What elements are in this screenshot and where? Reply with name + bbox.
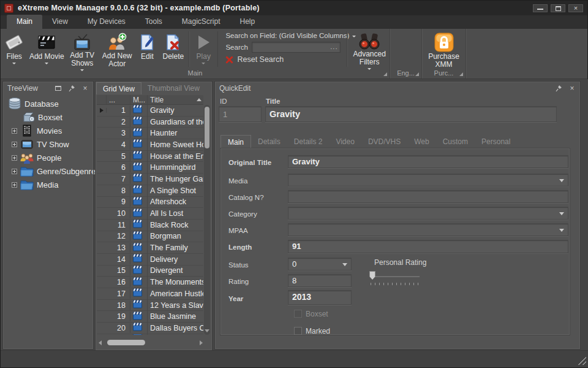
- rating-field[interactable]: 8: [288, 274, 352, 287]
- table-row[interactable]: 16The Monuments Me: [97, 277, 203, 288]
- marked-checkbox[interactable]: [294, 327, 302, 335]
- table-row[interactable]: 4Home Sweet Home: [97, 139, 203, 151]
- scrollbar-thumb[interactable]: [205, 107, 209, 148]
- table-row[interactable]: 10All Is Lost: [97, 208, 203, 220]
- tree-item-movies[interactable]: Movies: [4, 124, 92, 137]
- tab-thumbnail-view[interactable]: Thumbnail View: [141, 82, 206, 94]
- table-row[interactable]: 13The Family: [97, 242, 203, 254]
- play-button[interactable]: Play: [191, 29, 216, 68]
- table-row[interactable]: 15Divergent: [97, 266, 203, 277]
- movie-icon: [130, 162, 148, 174]
- table-row[interactable]: 6Hummingbird: [97, 162, 203, 174]
- scrollbar-thumb[interactable]: [107, 340, 145, 345]
- tree-item-genre-subgenre[interactable]: Genre/Subgenre: [4, 164, 92, 178]
- tree-item-tv-show[interactable]: TV Show: [4, 137, 92, 151]
- status-dropdown[interactable]: 0: [288, 258, 352, 270]
- files-button[interactable]: Files: [1, 29, 28, 68]
- tab-grid-view[interactable]: Grid View: [96, 82, 141, 94]
- column-header-media[interactable]: M...: [130, 95, 148, 104]
- minimize-button[interactable]: [532, 4, 548, 13]
- tab-personal[interactable]: Personal: [475, 135, 517, 148]
- table-row[interactable]: 19Blue Jasmine: [97, 311, 203, 323]
- dialog-launcher-icon[interactable]: [415, 72, 419, 76]
- title-field[interactable]: Gravity: [265, 106, 557, 122]
- add-movie-button[interactable]: Add Movie: [28, 29, 66, 68]
- table-row[interactable]: 17American Hustle: [97, 288, 203, 300]
- scroll-down-arrow[interactable]: [205, 329, 209, 332]
- tab-details-2[interactable]: Details 2: [287, 135, 330, 148]
- scroll-right-arrow[interactable]: [200, 340, 203, 345]
- length-field[interactable]: 91: [288, 240, 568, 253]
- close-button[interactable]: ×: [568, 4, 584, 13]
- search-input[interactable]: ...: [252, 42, 341, 53]
- menu-item-my-devices[interactable]: My Devices: [78, 15, 135, 29]
- add-tv-shows-button[interactable]: Add TV Shows: [66, 29, 99, 68]
- dialog-launcher-icon[interactable]: [383, 72, 387, 76]
- tree-expander-icon[interactable]: [12, 182, 17, 188]
- tree-expander-icon[interactable]: [12, 155, 17, 161]
- slider-thumb[interactable]: [369, 271, 375, 280]
- tab-main[interactable]: Main: [221, 135, 251, 148]
- reset-search-button[interactable]: Reset Search: [225, 55, 341, 64]
- tab-custom[interactable]: Custom: [436, 135, 475, 148]
- table-row[interactable]: 12Borgman: [97, 231, 203, 243]
- menu-item-magicscript[interactable]: MagicScript: [172, 15, 230, 29]
- tree-item-database[interactable]: Database: [4, 97, 92, 110]
- menu-item-tools[interactable]: Tools: [135, 15, 172, 29]
- tab-dvd-vhs[interactable]: DVD/VHS: [361, 135, 407, 148]
- add-new-actor-button[interactable]: Add New Actor: [99, 29, 135, 68]
- table-row[interactable]: 20Dallas Buyers Club: [97, 323, 203, 334]
- search-on-field-dropdown[interactable]: Search on Field: (Grid Visible Columns): [225, 32, 341, 39]
- tree-expander-icon[interactable]: [12, 128, 17, 134]
- delete-button[interactable]: Delete: [159, 29, 187, 68]
- advanced-filters-button[interactable]: Advanced Filters: [349, 29, 390, 68]
- table-row[interactable]: 11Black Rock: [97, 220, 203, 231]
- category-dropdown[interactable]: [288, 207, 568, 220]
- tree-expander-icon[interactable]: [12, 169, 17, 174]
- column-header-title[interactable]: Title: [148, 95, 203, 104]
- scroll-left-arrow[interactable]: [99, 340, 102, 345]
- resize-grip[interactable]: [578, 356, 586, 365]
- tree-expander-icon[interactable]: [12, 142, 17, 147]
- id-field[interactable]: 1: [219, 106, 262, 122]
- table-row[interactable]: 9Aftershock: [97, 197, 203, 209]
- menu-item-main[interactable]: Main: [7, 15, 42, 29]
- maximize-button[interactable]: [550, 4, 566, 13]
- close-panel-button[interactable]: ×: [568, 85, 576, 92]
- tree-item-boxset[interactable]: Boxset: [4, 110, 92, 124]
- column-header-num[interactable]: ...: [107, 95, 130, 104]
- tab-web[interactable]: Web: [407, 135, 435, 148]
- year-field[interactable]: 2013: [288, 290, 352, 305]
- purchase-xmm-button[interactable]: Purchase XMM: [424, 29, 464, 68]
- catalog-field[interactable]: [288, 190, 568, 203]
- table-row[interactable]: 14Delivery: [97, 254, 203, 266]
- table-row[interactable]: 7The Hunger Games:: [97, 174, 203, 185]
- tree-item-people[interactable]: People: [4, 151, 92, 164]
- tree-item-media[interactable]: Media: [4, 178, 92, 191]
- table-row[interactable]: 8A Single Shot: [97, 185, 203, 197]
- table-row[interactable]: 2Guardians of the Ga: [97, 117, 203, 128]
- original-title-field[interactable]: Gravity: [288, 155, 568, 168]
- horizontal-scrollbar[interactable]: [99, 339, 203, 347]
- media-dropdown[interactable]: [288, 174, 568, 186]
- table-row[interactable]: 3Haunter: [97, 128, 203, 139]
- table-row[interactable]: 1Gravity: [97, 105, 203, 117]
- float-panel-button[interactable]: [55, 85, 62, 92]
- close-panel-button[interactable]: ×: [81, 85, 89, 92]
- vertical-scrollbar[interactable]: [204, 105, 210, 335]
- delete-icon: [164, 32, 183, 53]
- menu-item-help[interactable]: Help: [230, 15, 265, 29]
- tab-details[interactable]: Details: [251, 135, 287, 148]
- mpaa-dropdown[interactable]: [288, 223, 568, 236]
- boxset-checkbox[interactable]: [294, 310, 302, 318]
- table-row[interactable]: 5House at the End of: [97, 151, 203, 163]
- menu-item-view[interactable]: View: [42, 15, 78, 29]
- table-row[interactable]: 1812 Years a Slave: [97, 300, 203, 312]
- personal-rating-slider[interactable]: [372, 276, 420, 277]
- dialog-launcher-icon[interactable]: [459, 72, 463, 76]
- pin-panel-button[interactable]: [555, 85, 562, 92]
- edit-button[interactable]: Edit: [135, 29, 159, 68]
- ellipsis-button[interactable]: ...: [330, 43, 337, 50]
- pin-panel-button[interactable]: [68, 85, 75, 92]
- tab-video[interactable]: Video: [329, 135, 361, 148]
